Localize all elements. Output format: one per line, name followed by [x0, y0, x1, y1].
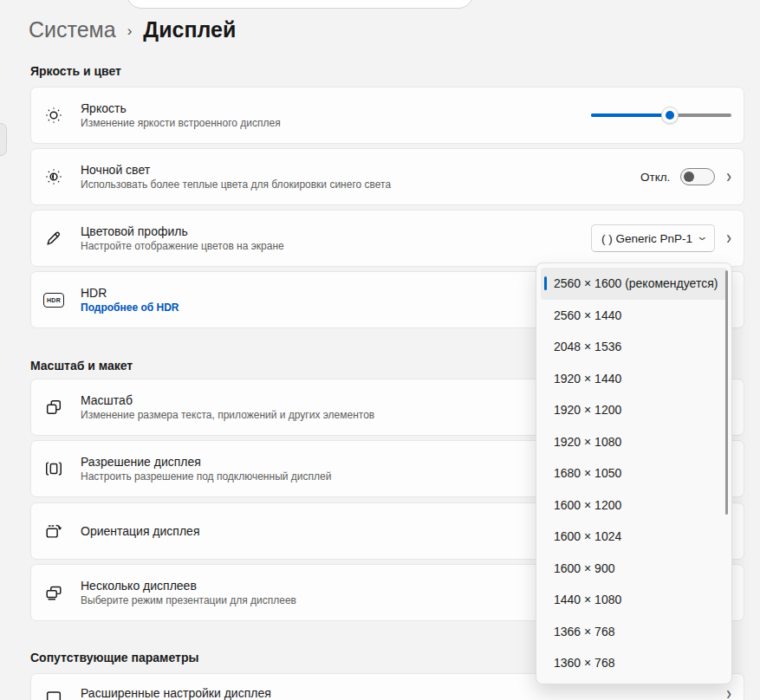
scale-subtitle: Изменение размера текста, приложений и д… — [81, 410, 374, 421]
resolution-option[interactable]: 1920 × 1080 — [541, 426, 727, 458]
resolution-subtitle: Настроить разрешение под подключенный ди… — [81, 471, 331, 483]
resolution-icon — [43, 458, 64, 479]
card-color-profile[interactable]: Цветовой профиль Настройте отображение ц… — [30, 210, 744, 267]
color-profile-select[interactable]: ( ) Generic PnP-1 › — [591, 224, 715, 252]
multiple-displays-subtitle: Выберите режим презентации для дисплеев — [81, 595, 296, 606]
resolution-option[interactable]: 1680 × 1050 — [541, 457, 727, 489]
hdr-title: HDR — [81, 287, 179, 300]
advanced-display-icon — [43, 687, 64, 700]
hdr-link[interactable]: Подробнее об HDR — [81, 302, 179, 314]
multiple-displays-icon — [43, 582, 64, 603]
search-box-remnant[interactable] — [127, 0, 473, 9]
chevron-right-icon[interactable]: › — [726, 229, 731, 247]
page-scrollbar-nub[interactable] — [0, 123, 7, 156]
resolution-option[interactable]: 1366 × 768 — [541, 616, 727, 648]
breadcrumb: Система › Дисплей — [29, 17, 236, 42]
resolution-option[interactable]: 1440 × 1080 — [541, 584, 727, 616]
dropdown-scrollbar[interactable] — [725, 270, 728, 515]
resolution-title: Разрешение дисплея — [81, 456, 331, 469]
scale-title: Масштаб — [81, 394, 374, 407]
resolution-option[interactable]: 2560 × 1600 (рекомендуется) — [541, 268, 727, 300]
resolution-option[interactable]: 2560 × 1440 — [541, 300, 727, 332]
toggle-knob — [684, 172, 694, 182]
breadcrumb-separator-icon: › — [127, 20, 133, 40]
resolution-option[interactable]: 1600 × 1024 — [541, 521, 727, 553]
color-profile-icon — [43, 228, 64, 249]
multiple-displays-title: Несколько дисплеев — [81, 580, 296, 593]
chevron-right-icon[interactable]: › — [726, 685, 731, 700]
brightness-slider[interactable] — [591, 107, 731, 124]
color-profile-subtitle: Настройте отображение цветов на экране — [81, 241, 284, 252]
orientation-title: Ориентация дисплея — [81, 525, 199, 538]
brightness-title: Яркость — [81, 102, 281, 115]
brightness-subtitle: Изменение яркости встроенного дисплея — [81, 118, 281, 129]
resolution-option[interactable]: 1600 × 900 — [541, 553, 727, 585]
card-brightness: Яркость Изменение яркости встроенного ди… — [30, 87, 744, 144]
breadcrumb-system[interactable]: Система — [29, 17, 116, 42]
resolution-option[interactable]: 1920 × 1440 — [541, 363, 727, 395]
section-related: Сопутствующие параметры — [30, 651, 198, 664]
night-light-toggle[interactable] — [680, 168, 715, 185]
resolution-option[interactable]: 1360 × 768 — [541, 647, 727, 679]
scale-icon — [43, 397, 64, 418]
color-profile-title: Цветовой профиль — [81, 225, 284, 238]
resolution-dropdown: 2560 × 1600 (рекомендуется) 2560 × 1440 … — [536, 262, 732, 684]
night-light-subtitle: Использовать более теплые цвета для блок… — [81, 179, 391, 191]
section-scale-layout: Масштаб и макет — [30, 359, 133, 373]
advanced-display-title: Расширенные настройки дисплея — [81, 687, 271, 700]
brightness-slider-fill — [591, 113, 670, 117]
chevron-down-icon: › — [695, 237, 711, 240]
resolution-option[interactable]: 2048 × 1536 — [541, 331, 727, 363]
chevron-right-icon[interactable]: › — [726, 167, 731, 185]
night-light-icon — [43, 166, 64, 187]
resolution-option[interactable]: 1920 × 1200 — [541, 394, 727, 426]
orientation-icon — [43, 521, 64, 541]
night-light-toggle-state: Откл. — [640, 171, 670, 184]
color-profile-selected-value: ( ) Generic PnP-1 — [601, 232, 692, 245]
page-title: Дисплей — [143, 17, 236, 42]
card-night-light[interactable]: Ночной свет Использовать более теплые цв… — [30, 148, 744, 205]
brightness-icon — [43, 105, 64, 126]
brightness-slider-thumb[interactable] — [661, 107, 679, 124]
hdr-icon: HDR — [43, 289, 64, 310]
night-light-title: Ночной свет — [81, 164, 391, 177]
section-brightness-color: Яркость и цвет — [30, 64, 121, 78]
resolution-option[interactable]: 1600 × 1200 — [541, 489, 727, 522]
